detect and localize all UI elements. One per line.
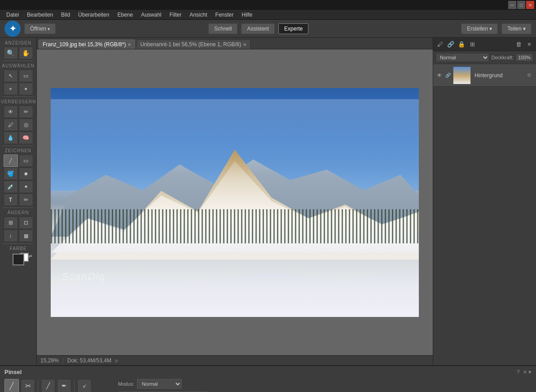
- verbessern-label: VERBESSERN: [1, 98, 35, 105]
- layer-settings-icon[interactable]: ⚙: [527, 72, 533, 79]
- teilen-button[interactable]: Teilen ▾: [501, 23, 532, 34]
- layer-name: Hintergrund: [473, 72, 525, 79]
- brush-style-3[interactable]: ↙: [77, 379, 92, 392]
- stamp-tool[interactable]: ◎: [19, 119, 33, 131]
- layer-lock-btn[interactable]: 🔒: [457, 40, 466, 49]
- menu-bearbeiten[interactable]: Bearbeiten: [23, 11, 57, 19]
- app-logo: ✦: [4, 21, 21, 37]
- layers-menu-btn[interactable]: ≡: [524, 40, 534, 49]
- eyedropper-tool[interactable]: 💉: [4, 181, 18, 193]
- heal-tool[interactable]: ✦: [19, 181, 33, 193]
- opacity-input[interactable]: [515, 53, 533, 62]
- doc-size: Dok: 53,4M/53,4M: [67, 357, 111, 364]
- crop-tool[interactable]: ⊞: [4, 216, 18, 229]
- erstellen-button[interactable]: Erstellen ▾: [461, 23, 498, 34]
- tabs: Franz_109.jpg bei 15,3% (RGB/8*) ✕ Unben…: [37, 38, 433, 49]
- menu-bild[interactable]: Bild: [57, 11, 74, 19]
- delete-layer-btn[interactable]: 🗑: [514, 40, 523, 49]
- minimize-button[interactable]: ─: [508, 1, 516, 9]
- marquee-tool[interactable]: ▭: [19, 70, 33, 82]
- layer-visibility-icon[interactable]: 👁: [436, 72, 443, 79]
- schnell-button[interactable]: Schnell: [208, 23, 237, 34]
- mode-label: Modus:: [118, 381, 134, 387]
- ändern-label: ÄNDERN: [1, 209, 35, 216]
- assistent-button[interactable]: Assistent: [241, 23, 275, 34]
- zoom-level: 15,29%: [40, 357, 59, 364]
- zeichnen-label: ZEICHNEN: [1, 147, 35, 154]
- swap-colors-icon[interactable]: ⇄: [28, 254, 32, 259]
- tool-options-header: Pinsel ? ≡ ▾: [4, 369, 532, 375]
- layer-chain-icon: 🔗: [445, 72, 451, 79]
- magic-wand-tool[interactable]: ✦: [19, 83, 33, 95]
- opacity-label: Deckkraft:: [491, 55, 514, 60]
- menu-überarbeiten[interactable]: Überarbeiten: [75, 11, 113, 19]
- right-panel: 🖊 🔗 🔒 ⊞ 🗑 ≡ Normal Deckkraft: 👁 🔗 Hinter…: [433, 38, 536, 365]
- auswählen-label: AUSWÄHLEN: [1, 62, 35, 69]
- menu-fenster[interactable]: Fenster: [212, 11, 237, 19]
- close-button[interactable]: ✕: [526, 1, 534, 9]
- blend-row: Normal Deckkraft:: [433, 51, 536, 64]
- top-toolbar: ✦ Öffnen ▾ Schnell Assistent Experte Ers…: [0, 20, 536, 38]
- move-tool[interactable]: ↖: [4, 70, 18, 82]
- tool-options-main: ╱ ✂ ╱ ✒ ↙ Pinsel: 〜〜 ▾ Größe:: [4, 379, 532, 392]
- menu-hilfe[interactable]: Hilfe: [238, 11, 256, 19]
- left-toolbar: ANZEIGEN 🔍 ✋ AUSWÄHLEN ↖ ▭ ⌖ ✦ VERBESSER…: [0, 38, 37, 365]
- canvas-image: ScanDig: [51, 88, 419, 317]
- red-eye-tool[interactable]: 👁: [4, 106, 18, 118]
- foreground-color[interactable]: [13, 254, 24, 265]
- menu-datei[interactable]: Datei: [3, 11, 22, 19]
- content-aware-tool[interactable]: ▦: [19, 229, 33, 242]
- layer-item-hintergrund[interactable]: 👁 🔗 Hintergrund ⚙: [433, 64, 536, 87]
- layers-toolbar: 🖊 🔗 🔒 ⊞ 🗑 ≡: [433, 38, 536, 51]
- layer-extra-btn[interactable]: ⊞: [467, 40, 477, 49]
- brush-style-2[interactable]: ✒: [57, 379, 71, 392]
- hand-tool[interactable]: ✋: [19, 47, 33, 59]
- maximize-button[interactable]: □: [517, 1, 525, 9]
- brush-mode-normal[interactable]: ╱: [4, 379, 19, 392]
- tab-unbenannt[interactable]: Unbenannt-1 bei 56,5% (Ebene 1, RGB/8) ✕: [136, 40, 250, 49]
- canvas-wrapper[interactable]: ScanDig: [37, 49, 433, 355]
- custom-shape-tool[interactable]: ✏: [19, 194, 33, 206]
- recompose-tool[interactable]: ↕: [4, 229, 18, 242]
- tab-close-unbenannt[interactable]: ✕: [243, 42, 246, 47]
- mode-select[interactable]: Normal: [137, 379, 182, 389]
- paint-bucket-tool[interactable]: 🪣: [4, 167, 18, 180]
- lasso-tool[interactable]: ⌖: [4, 83, 18, 95]
- brush-mode-alt[interactable]: ✂: [21, 379, 35, 392]
- tool-options-menu-icon[interactable]: ≡ ▾: [523, 369, 532, 375]
- brush-presets: ╱ ✂ ╱ ✒ ↙ Pinsel: 〜〜 ▾ Größe:: [4, 379, 111, 392]
- new-layer-btn[interactable]: 🖊: [435, 40, 445, 49]
- text-tool[interactable]: T: [4, 194, 18, 206]
- watermark: ScanDig: [62, 271, 105, 282]
- blend-mode-select[interactable]: Normal: [436, 53, 489, 62]
- brush-tool[interactable]: ╱: [4, 154, 18, 167]
- main-area: ANZEIGEN 🔍 ✋ AUSWÄHLEN ↖ ▭ ⌖ ✦ VERBESSER…: [0, 38, 536, 365]
- tab-franz[interactable]: Franz_109.jpg bei 15,3% (RGB/8*) ✕: [39, 40, 135, 49]
- layer-thumbnail: [453, 66, 471, 84]
- help-icon[interactable]: ?: [517, 369, 520, 375]
- tool-name: Pinsel: [4, 369, 22, 375]
- transform-tool[interactable]: ⊡: [19, 216, 33, 229]
- anzeigen-label: ANZEIGEN: [1, 40, 35, 46]
- menu-ansicht[interactable]: Ansicht: [186, 11, 211, 19]
- layers-list: 👁 🔗 Hintergrund ⚙: [433, 64, 536, 365]
- smudge-tool[interactable]: 🧠: [19, 132, 33, 144]
- experte-button[interactable]: Experte: [278, 23, 308, 34]
- titlebar: ─ □ ✕: [0, 0, 536, 10]
- tool-options: Pinsel ? ≡ ▾ ╱ ✂ ╱ ✒ ↙ Pinsel: 〜〜 ▾: [0, 365, 536, 392]
- canvas-status: 15,29% | Dok: 53,4M/53,4M ▶: [37, 355, 433, 365]
- layer-link-btn[interactable]: 🔗: [446, 40, 456, 49]
- blur-tool[interactable]: 💧: [4, 132, 18, 144]
- tab-close-franz[interactable]: ✕: [127, 42, 131, 47]
- menu-auswahl[interactable]: Auswahl: [137, 11, 165, 19]
- menu-filter[interactable]: Filter: [166, 11, 185, 19]
- farbe-label: FARBE: [1, 245, 35, 252]
- menu-ebene[interactable]: Ebene: [114, 11, 136, 19]
- adjust-tool[interactable]: ✏: [19, 106, 33, 118]
- zoom-tool[interactable]: 🔍: [4, 47, 18, 59]
- brush-style-1[interactable]: ╱: [41, 379, 55, 392]
- clone-stamp-tool[interactable]: 🖊: [4, 119, 18, 131]
- gradient-tool[interactable]: ■: [19, 167, 33, 180]
- open-button[interactable]: Öffnen ▾: [24, 23, 56, 34]
- eraser-tool[interactable]: ▭: [19, 154, 33, 167]
